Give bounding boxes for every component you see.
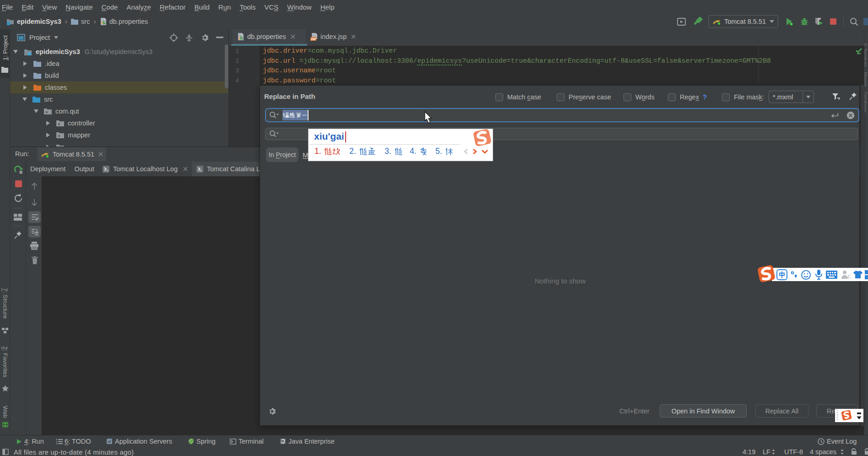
svg-text:17: 17	[847, 274, 851, 279]
svg-text:JSP: JSP	[310, 37, 316, 40]
